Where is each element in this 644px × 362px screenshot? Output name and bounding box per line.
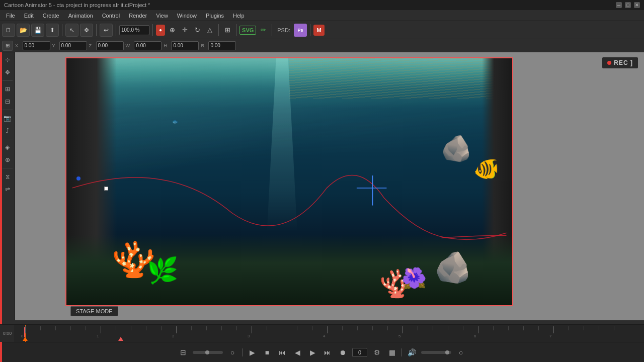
mute-btn[interactable]: ○ — [455, 347, 466, 358]
menu-plugins[interactable]: Plugins — [202, 12, 228, 20]
main-area: ⊹ ✥ ⊞ ⊟ 📷 ⤴ ◈ ⊕ ⧖ ⇌ REC ] — [0, 52, 644, 320]
audio-btn[interactable]: 🔊 — [406, 347, 417, 358]
timeline-red-marker — [118, 337, 123, 341]
layout-btn[interactable]: ▦ — [386, 347, 397, 358]
w-input[interactable] — [134, 41, 162, 50]
bone-button[interactable]: ⊞ — [222, 25, 233, 36]
tool-select[interactable]: ⊹ — [2, 54, 13, 65]
window-title: Cartoon Animator 5 - cta project in prog… — [4, 2, 150, 8]
timeline[interactable]: 0:00 01234567 — [0, 324, 644, 342]
rotate-button[interactable]: ↻ — [192, 25, 203, 36]
left-toolbar: ⊹ ✥ ⊞ ⊟ 📷 ⤴ ◈ ⊕ ⧖ ⇌ — [0, 52, 15, 320]
rec-dot — [607, 61, 611, 65]
top-strip — [0, 320, 644, 324]
tool-bone[interactable]: ⊞ — [2, 83, 13, 95]
next-key-btn[interactable]: ⏭ — [322, 347, 333, 358]
volume-handle[interactable] — [445, 350, 449, 354]
select-button[interactable]: ↖ — [65, 24, 78, 37]
tool-transform[interactable]: ⊟ — [2, 96, 13, 107]
stage-canvas[interactable]: 🪸 🌿 🪸 🌺 🪨 🪨 🐠 🐟 — [65, 57, 513, 306]
rec-button[interactable]: REC ] — [601, 56, 639, 69]
sep5 — [218, 24, 219, 36]
svg-button[interactable]: SVG — [239, 26, 256, 35]
h-label: H: — [164, 43, 168, 48]
undo-button[interactable]: ↩ — [100, 24, 113, 37]
save-button[interactable]: 💾 — [31, 24, 44, 37]
z-input[interactable] — [96, 41, 124, 50]
record-button[interactable]: ● — [156, 25, 165, 36]
menu-help[interactable]: Help — [229, 12, 249, 20]
ltool-sep4 — [3, 168, 13, 168]
next-frame-btn[interactable]: ▶ — [307, 347, 318, 358]
ae-button[interactable]: Ps — [294, 24, 307, 37]
play-btn[interactable]: ▶ — [247, 347, 258, 358]
window-controls[interactable]: ─ □ ✕ — [616, 2, 640, 8]
record-mode-btn[interactable]: ⏺ — [337, 347, 348, 358]
sep1 — [62, 24, 62, 36]
timeline-playhead-triangle — [23, 337, 28, 341]
zoom-slider[interactable] — [193, 351, 223, 354]
volume-slider[interactable] — [421, 351, 451, 354]
open-button[interactable]: 📂 — [17, 24, 30, 37]
menu-window[interactable]: Window — [173, 12, 201, 20]
timeline-left-panel: 0:00 — [0, 325, 15, 342]
scale-input[interactable] — [119, 25, 149, 35]
grid-toggle[interactable]: ⊞ — [2, 41, 13, 51]
prev-frame-btn[interactable]: ◀ — [292, 347, 303, 358]
prev-key-btn[interactable]: ⏮ — [277, 347, 288, 358]
settings-btn[interactable]: ⚙ — [371, 347, 382, 358]
align-button[interactable]: ✛ — [179, 25, 190, 36]
m-button[interactable]: M — [313, 25, 325, 36]
timeline-ruler[interactable]: 01234567 — [15, 325, 644, 342]
export-button[interactable]: ⬆ — [46, 24, 59, 37]
record-indicator — [0, 52, 2, 362]
menu-control[interactable]: Control — [98, 12, 124, 20]
sep8 — [310, 24, 310, 36]
canvas-area[interactable]: REC ] — [15, 52, 644, 320]
loop-btn[interactable]: ⊟ — [178, 347, 189, 358]
title-bar: Cartoon Animator 5 - cta project in prog… — [0, 0, 644, 10]
tool-spring[interactable]: ⇌ — [2, 184, 13, 195]
draw-button[interactable]: ✏ — [258, 25, 269, 36]
control-point-1[interactable] — [104, 187, 108, 191]
close-btn[interactable]: ✕ — [634, 2, 640, 8]
new-button[interactable]: 🗋 — [2, 24, 15, 37]
z-label: Z: — [89, 43, 93, 48]
stop-btn[interactable]: ■ — [262, 347, 273, 358]
tool-morph[interactable]: ◈ — [2, 142, 13, 153]
minimize-btn[interactable]: ─ — [616, 2, 622, 8]
bottom-controls: ⊟ ○ ▶ ■ ⏮ ◀ ▶ ⏭ ⏺ 0 ⚙ ▦ 🔊 ○ — [0, 342, 644, 362]
pivot-button[interactable]: △ — [204, 25, 215, 36]
h-input[interactable] — [171, 41, 199, 50]
ltool-sep3 — [3, 139, 13, 139]
tool-puppet[interactable]: ⧖ — [2, 171, 13, 182]
ltool-sep1 — [3, 80, 13, 81]
zoom-handle[interactable] — [205, 350, 209, 354]
menu-view[interactable]: View — [152, 12, 172, 20]
tool-move[interactable]: ✥ — [2, 67, 13, 78]
clown-fish[interactable]: 🐠 — [473, 156, 500, 181]
tool-camera[interactable]: 📷 — [2, 113, 13, 124]
menu-animation[interactable]: Animation — [64, 12, 97, 20]
fit-btn[interactable]: ○ — [227, 347, 238, 358]
move-button[interactable]: ✥ — [80, 24, 93, 37]
blue-dot-1 — [76, 176, 80, 180]
sep7 — [272, 24, 272, 36]
x-input[interactable] — [23, 41, 50, 50]
rock-formation-1: 🪨 — [434, 249, 472, 285]
menu-edit[interactable]: Edit — [20, 12, 38, 20]
rock-formation-2: 🪨 — [441, 134, 472, 163]
y-label: Y: — [52, 43, 56, 48]
secondary-toolbar: ⊞ X: Y: Z: W: H: R: — [0, 39, 644, 52]
tool-deform[interactable]: ⊕ — [2, 154, 13, 165]
r-input[interactable] — [208, 41, 236, 50]
w-label: W: — [126, 43, 131, 48]
stage-mode-text: STAGE MODE — [76, 308, 113, 314]
menu-render[interactable]: Render — [125, 12, 151, 20]
tool-motion[interactable]: ⤴ — [2, 125, 13, 136]
snap-button[interactable]: ⊕ — [167, 25, 178, 36]
menu-file[interactable]: File — [2, 12, 19, 20]
y-input[interactable] — [59, 41, 87, 50]
menu-create[interactable]: Create — [39, 12, 63, 20]
maximize-btn[interactable]: □ — [625, 2, 631, 8]
